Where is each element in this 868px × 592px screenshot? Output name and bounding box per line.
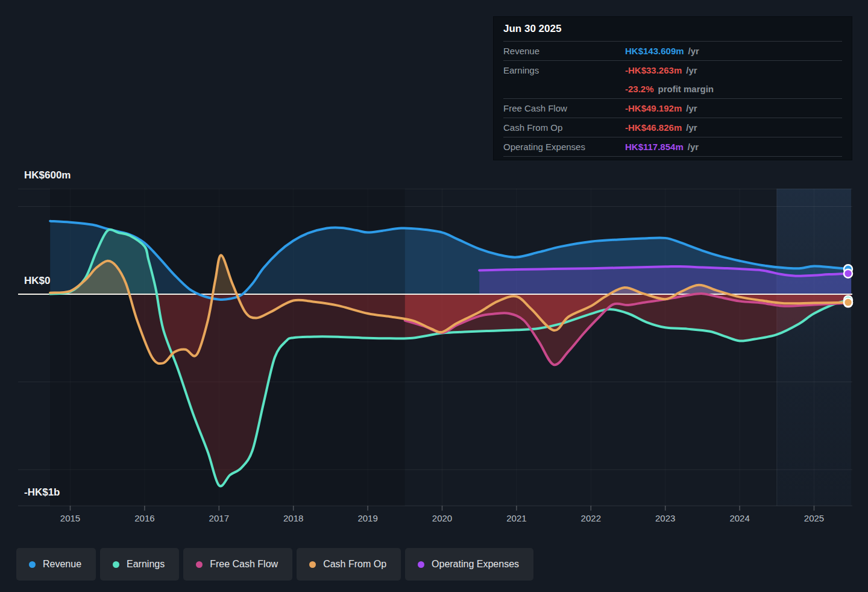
tooltip-row-value: -HK$33.263m xyxy=(625,65,682,75)
x-axis-label-2016: 2016 xyxy=(124,513,166,523)
legend: RevenueEarningsFree Cash FlowCash From O… xyxy=(16,548,533,581)
tooltip-rows: RevenueHK$143.609m/yrEarnings-HK$33.263m… xyxy=(503,42,842,157)
tooltip-row-earnings: Earnings-HK$33.263m/yr xyxy=(503,61,842,80)
tooltip-row-suffix: /yr xyxy=(688,142,699,152)
x-axis-label-2018: 2018 xyxy=(272,513,315,523)
tooltip-row-value: -23.2% xyxy=(625,84,654,94)
legend-item-label: Free Cash Flow xyxy=(210,559,278,570)
legend-item-operating-expenses[interactable]: Operating Expenses xyxy=(405,548,533,581)
tooltip-row-value: -HK$49.192m xyxy=(625,103,682,113)
tooltip-row-suffix: /yr xyxy=(686,65,697,75)
tooltip-date: Jun 30 2025 xyxy=(503,17,842,42)
legend-item-free-cash-flow[interactable]: Free Cash Flow xyxy=(183,548,292,581)
x-axis-label-2015: 2015 xyxy=(49,513,92,523)
legend-dot-icon xyxy=(196,561,203,568)
y-axis-label-hk1b: -HK$1b xyxy=(24,487,60,499)
y-axis-label-hk0: HK$0 xyxy=(24,275,50,287)
legend-dot-icon xyxy=(113,561,119,568)
tooltip-row-suffix: /yr xyxy=(686,122,697,133)
legend-dot-icon xyxy=(309,561,316,568)
legend-dot-icon xyxy=(29,561,36,568)
tooltip-row-suffix: /yr xyxy=(686,103,697,113)
legend-item-label: Cash From Op xyxy=(323,559,386,570)
tooltip-row-value: -HK$46.826m xyxy=(625,122,682,133)
x-axis-label-2022: 2022 xyxy=(570,513,612,523)
legend-item-earnings[interactable]: Earnings xyxy=(100,548,179,581)
tooltip-row-cash-from-op: Cash From Op-HK$46.826m/yr xyxy=(503,118,842,137)
legend-item-revenue[interactable]: Revenue xyxy=(16,548,96,581)
x-axis-label-2025: 2025 xyxy=(793,513,835,523)
tooltip: Jun 30 2025 RevenueHK$143.609m/yrEarning… xyxy=(493,16,852,160)
tooltip-row-revenue: RevenueHK$143.609m/yr xyxy=(503,42,842,61)
x-axis-label-2017: 2017 xyxy=(198,513,240,523)
x-axis-label-2020: 2020 xyxy=(421,513,464,523)
x-axis-label-2024: 2024 xyxy=(719,513,761,523)
tooltip-row-free-cash-flow: Free Cash Flow-HK$49.192m/yr xyxy=(503,99,842,118)
tooltip-row-value: HK$117.854m xyxy=(625,142,684,152)
legend-item-label: Operating Expenses xyxy=(432,559,519,570)
tooltip-row-value: HK$143.609m xyxy=(625,46,684,56)
tooltip-row-label: Free Cash Flow xyxy=(503,103,625,113)
legend-dot-icon xyxy=(418,561,424,568)
legend-item-label: Earnings xyxy=(127,559,165,570)
y-axis-label-hk600m: HK$600m xyxy=(24,169,71,181)
tooltip-row-label: Earnings xyxy=(503,65,625,75)
tooltip-row-suffix: /yr xyxy=(688,46,699,56)
x-axis-label-2023: 2023 xyxy=(644,513,687,523)
earnings-revenue-history-chart: HK$600mHK$0-HK$1b 2015201620172018201920… xyxy=(0,0,868,592)
x-axis-label-2019: 2019 xyxy=(347,513,389,523)
series-cash-from-op-end-dot xyxy=(844,298,852,307)
tooltip-row-suffix: profit margin xyxy=(658,84,714,94)
tooltip-row-operating-expenses: Operating ExpensesHK$117.854m/yr xyxy=(503,137,842,157)
tooltip-row-profit-margin: -23.2%profit margin xyxy=(503,80,842,99)
tooltip-row-label: Cash From Op xyxy=(503,122,625,133)
legend-item-label: Revenue xyxy=(43,559,81,570)
tooltip-row-label: Operating Expenses xyxy=(503,142,625,152)
tooltip-row-label: Revenue xyxy=(503,46,625,56)
x-axis-label-2021: 2021 xyxy=(495,513,538,523)
legend-item-cash-from-op[interactable]: Cash From Op xyxy=(297,548,401,581)
series-operating-expenses-end-dot xyxy=(844,269,852,278)
